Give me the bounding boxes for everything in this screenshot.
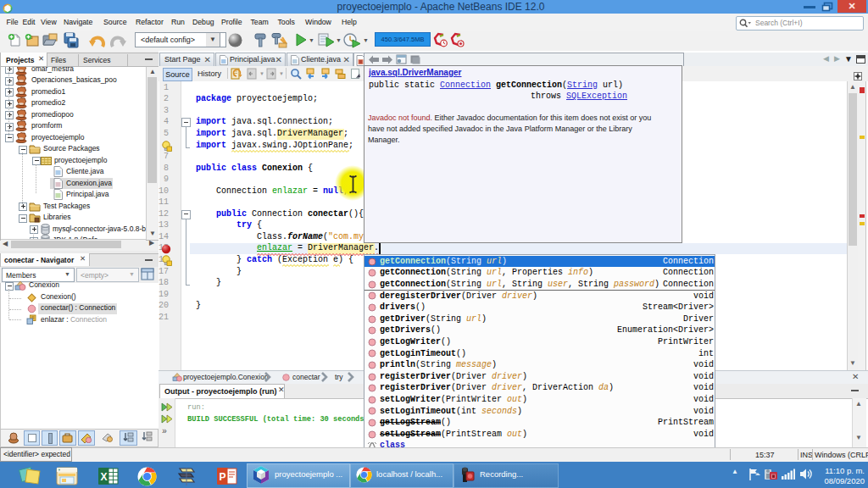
- svg-text:P: P: [219, 471, 225, 483]
- svg-text:X: X: [100, 471, 107, 483]
